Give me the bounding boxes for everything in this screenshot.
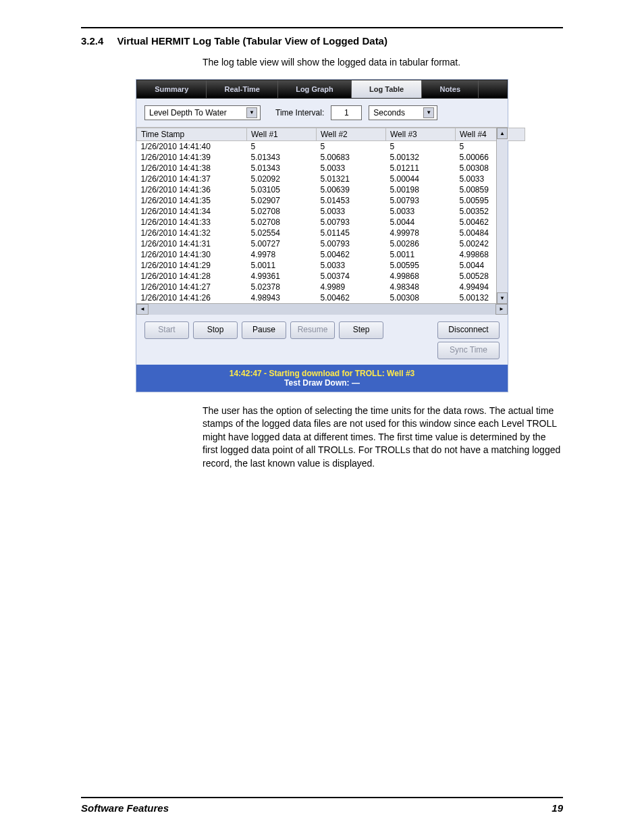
col-well4[interactable]: Well #4 bbox=[456, 128, 525, 140]
table-cell: 5.00462 bbox=[317, 292, 386, 303]
table-cell: 5.00639 bbox=[317, 184, 386, 195]
tab-logtable[interactable]: Log Table bbox=[352, 80, 422, 98]
table-cell: 5.00132 bbox=[456, 292, 525, 303]
col-timestamp[interactable]: Time Stamp bbox=[137, 128, 247, 140]
disconnect-button[interactable]: Disconnect bbox=[437, 321, 500, 339]
table-cell: 1/26/2010 14:41:31 bbox=[137, 238, 247, 249]
table-cell: 5.0033 bbox=[386, 206, 456, 217]
table-cell: 1/26/2010 14:41:33 bbox=[137, 217, 247, 228]
table-row: 1/26/2010 14:41:355.029075.014535.007935… bbox=[137, 195, 525, 206]
table-row: 1/26/2010 14:41:325.025545.011454.999785… bbox=[137, 228, 525, 238]
table-cell: 5 bbox=[386, 140, 456, 152]
table-row: 1/26/2010 14:41:375.020925.013215.000445… bbox=[137, 174, 525, 184]
table-cell: 1/26/2010 14:41:28 bbox=[137, 271, 247, 282]
intro-text: The log table view will show the logged … bbox=[203, 56, 563, 70]
tab-spacer bbox=[479, 80, 507, 98]
scroll-right-icon[interactable]: ► bbox=[495, 304, 508, 315]
col-well3[interactable]: Well #3 bbox=[386, 128, 456, 140]
table-cell: 5.00374 bbox=[317, 271, 386, 282]
table-row: 1/26/2010 14:41:264.989435.004625.003085… bbox=[137, 292, 525, 303]
status-line2: Test Draw Down: — bbox=[139, 378, 505, 388]
log-table: Time Stamp Well #1 Well #2 Well #3 Well … bbox=[136, 128, 525, 303]
table-cell: 4.98943 bbox=[247, 292, 317, 303]
interval-label: Time Interval: bbox=[275, 108, 324, 118]
horizontal-scrollbar[interactable]: ◄ ► bbox=[136, 303, 508, 315]
table-cell: 4.9978 bbox=[247, 249, 317, 260]
sync-time-button[interactable]: Sync Time bbox=[437, 342, 500, 359]
table-cell: 5.0011 bbox=[386, 249, 456, 260]
table-cell: 4.99361 bbox=[247, 271, 317, 282]
start-button[interactable]: Start bbox=[144, 321, 189, 339]
table-cell: 5.0033 bbox=[317, 163, 386, 174]
table-container: Time Stamp Well #1 Well #2 Well #3 Well … bbox=[136, 127, 508, 315]
table-cell: 1/26/2010 14:41:38 bbox=[137, 163, 247, 174]
status-bar: 14:42:47 - Starting download for TROLL: … bbox=[136, 365, 508, 392]
table-cell: 5.00462 bbox=[456, 217, 525, 228]
scroll-up-icon[interactable]: ▲ bbox=[497, 128, 508, 139]
table-cell: 5.00484 bbox=[456, 228, 525, 238]
table-cell: 5.00793 bbox=[317, 217, 386, 228]
table-cell: 5.02708 bbox=[247, 206, 317, 217]
table-cell: 1/26/2010 14:41:30 bbox=[137, 249, 247, 260]
table-cell: 4.99868 bbox=[456, 249, 525, 260]
tab-realtime[interactable]: Real-Time bbox=[207, 80, 278, 98]
table-cell: 1/26/2010 14:41:40 bbox=[137, 140, 247, 152]
footer-page: 19 bbox=[552, 802, 563, 814]
table-cell: 1/26/2010 14:41:37 bbox=[137, 174, 247, 184]
table-row: 1/26/2010 14:41:275.023784.99894.983484.… bbox=[137, 282, 525, 292]
table-cell: 1/26/2010 14:41:26 bbox=[137, 292, 247, 303]
parameter-select[interactable]: Level Depth To Water ▼ bbox=[144, 105, 261, 120]
table-cell: 5.0033 bbox=[456, 174, 525, 184]
table-cell: 5.02092 bbox=[247, 174, 317, 184]
col-well1[interactable]: Well #1 bbox=[247, 128, 317, 140]
parameter-value: Level Depth To Water bbox=[149, 108, 227, 118]
table-cell: 5.00352 bbox=[456, 206, 525, 217]
table-cell: 5.00793 bbox=[317, 238, 386, 249]
step-button[interactable]: Step bbox=[339, 321, 383, 339]
status-line1: 14:42:47 - Starting download for TROLL: … bbox=[139, 369, 505, 378]
stop-button[interactable]: Stop bbox=[193, 321, 238, 339]
outro-text: The user has the option of selecting the… bbox=[203, 405, 563, 471]
table-cell: 5.00044 bbox=[386, 174, 456, 184]
interval-input[interactable] bbox=[331, 105, 362, 120]
tab-summary[interactable]: Summary bbox=[137, 80, 207, 98]
vertical-scrollbar[interactable]: ▲ ▼ bbox=[496, 128, 508, 304]
table-cell: 5.00528 bbox=[456, 271, 525, 282]
table-cell: 1/26/2010 14:41:36 bbox=[137, 184, 247, 195]
table-cell: 5.02907 bbox=[247, 195, 317, 206]
table-cell: 5.00242 bbox=[456, 238, 525, 249]
table-cell: 5 bbox=[317, 140, 386, 152]
interval-units-select[interactable]: Seconds ▼ bbox=[369, 105, 437, 120]
table-cell: 5.01453 bbox=[317, 195, 386, 206]
table-cell: 5.01343 bbox=[247, 163, 317, 174]
table-row: 1/26/2010 14:41:335.027085.007935.00445.… bbox=[137, 217, 525, 228]
table-row: 1/26/2010 14:41:365.031055.006395.001985… bbox=[137, 184, 525, 195]
table-cell: 5 bbox=[247, 140, 317, 152]
tab-bar: Summary Real-Time Log Graph Log Table No… bbox=[136, 80, 508, 99]
table-cell: 5.00132 bbox=[386, 152, 456, 163]
table-cell: 5.01211 bbox=[386, 163, 456, 174]
col-well2[interactable]: Well #2 bbox=[317, 128, 386, 140]
table-cell: 4.98348 bbox=[386, 282, 456, 292]
table-cell: 5.03105 bbox=[247, 184, 317, 195]
table-row: 1/26/2010 14:41:304.99785.004625.00114.9… bbox=[137, 249, 525, 260]
tab-loggraph[interactable]: Log Graph bbox=[278, 80, 352, 98]
table-cell: 5 bbox=[456, 140, 525, 152]
table-cell: 5.00198 bbox=[386, 184, 456, 195]
section-number: 3.2.4 bbox=[81, 35, 103, 47]
table-cell: 1/26/2010 14:41:29 bbox=[137, 260, 247, 271]
table-cell: 5.01343 bbox=[247, 152, 317, 163]
tab-notes[interactable]: Notes bbox=[422, 80, 479, 98]
table-cell: 5.0011 bbox=[247, 260, 317, 271]
table-cell: 5.0044 bbox=[386, 217, 456, 228]
pause-button[interactable]: Pause bbox=[242, 321, 286, 339]
table-cell: 1/26/2010 14:41:39 bbox=[137, 152, 247, 163]
table-cell: 4.99978 bbox=[386, 228, 456, 238]
table-cell: 5.00595 bbox=[386, 260, 456, 271]
resume-button[interactable]: Resume bbox=[290, 321, 335, 339]
table-row: 1/26/2010 14:41:315.007275.007935.002865… bbox=[137, 238, 525, 249]
scroll-left-icon[interactable]: ◄ bbox=[136, 304, 149, 315]
table-cell: 1/26/2010 14:41:32 bbox=[137, 228, 247, 238]
table-cell: 5.00727 bbox=[247, 238, 317, 249]
scroll-down-icon[interactable]: ▼ bbox=[497, 292, 508, 304]
